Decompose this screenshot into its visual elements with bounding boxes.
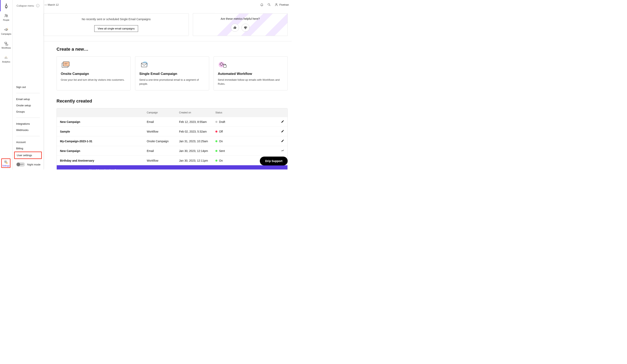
integrations-link[interactable]: Integrations [16,121,40,127]
billing-link[interactable]: Billing [16,145,40,151]
row-status: Sent [212,146,236,155]
nav-campaigns[interactable]: Campaigns [0,26,12,36]
arrow-left-circle-icon: ← [36,4,39,7]
sign-out-link[interactable]: Sign out [16,84,40,90]
svg-rect-27 [223,65,226,67]
nav-label: Workflows [1,47,11,49]
status-dot [215,131,217,133]
row-date: Jan 30, 2023, 12:11pm [176,156,212,165]
gear-icon [4,160,8,164]
svg-point-14 [5,161,6,162]
groups-link[interactable]: Groups [16,109,40,115]
thumbs-down-button[interactable] [241,24,250,32]
svg-rect-6 [5,42,7,43]
status-dot [215,121,217,123]
card-title: Single Email Campaign [139,72,205,76]
table-row[interactable]: Birthday and AnniversaryWorkflowJan 30, … [57,156,287,165]
status-dot [215,150,217,152]
row-name: Sample [57,127,144,136]
svg-point-13 [7,57,7,58]
table-row[interactable]: My-Campaign-2023-1-31Onsite CampaignJan … [57,136,287,146]
toggle-knob [17,163,20,166]
thumbs-down-icon [244,26,247,29]
nav-label: Analytics [2,61,10,63]
svg-rect-7 [6,44,8,46]
edit-icon[interactable] [281,120,284,123]
empty-campaigns-box: No recently sent or scheduled Single Ema… [44,13,189,36]
nav-analytics[interactable]: Analytics [0,54,12,64]
onsite-setup-link[interactable]: Onsite setup [16,102,40,109]
user-settings-label: User settings [17,154,32,157]
single-email-icon [139,61,149,69]
row-action [275,117,287,127]
collapse-label: Collapse menu [17,4,34,7]
table-row[interactable]: New CampaignEmailFeb 12, 2023, 8:55amDra… [57,117,287,127]
row-date: Feb 02, 2023, 5:32am [176,127,212,136]
nav-label: Campaigns [1,33,11,35]
account-link[interactable]: Account [16,139,40,145]
row-action [275,127,287,136]
nav-workflows[interactable]: Workflows [0,40,12,50]
night-mode-toggle[interactable]: OFF [16,162,25,167]
main-content: No recently sent or scheduled Single Ema… [44,0,292,170]
status-dot [215,140,217,142]
svg-rect-25 [141,63,147,67]
user-settings-link-highlighted[interactable]: User settings [14,151,42,159]
view-all-campaigns-button[interactable]: View all single email campaigns [94,25,138,32]
webhooks-link[interactable]: Webhooks [16,127,40,133]
empty-message: No recently sent or scheduled Single Ema… [82,18,151,21]
row-status: Off [212,127,236,136]
onsite-campaign-icon [61,61,71,69]
drip-support-button[interactable]: Drip Support [260,157,288,165]
row-date: Jan 31, 2023, 10:25am [176,137,212,146]
row-name: My-Campaign-2023-1-31 [57,137,144,146]
row-type: Email [144,117,176,126]
svg-point-16 [6,163,7,163]
row-date: Jan 30, 2023, 12:14pm [176,146,212,155]
col-campaign: Campaign [144,108,176,117]
edit-icon[interactable] [281,130,284,133]
svg-line-3 [7,28,8,28]
nav-settings-highlighted[interactable]: Settings [1,158,10,168]
card-title: Onsite Campaign [61,72,126,76]
row-name: New Campaign [57,117,144,126]
row-name: Birthday and Anniversary [57,156,144,165]
edit-icon[interactable] [281,139,284,142]
row-date: Feb 12, 2023, 8:55am [176,117,212,126]
thumbs-up-button[interactable] [231,24,239,32]
feedback-question: Are these metrics helpful here? [221,17,260,20]
night-mode-label: Night mode [27,163,40,166]
svg-line-4 [8,29,8,29]
browse-playbook-link[interactable]: Browse the playbook [229,169,255,170]
create-heading: Create a new… [56,46,288,52]
metrics-feedback-box: Are these metrics helpful here? [193,13,288,36]
svg-point-12 [6,56,6,56]
divider [16,118,40,118]
svg-point-1 [5,14,6,15]
chart-icon[interactable] [281,149,284,152]
recent-heading: Recently created [56,98,288,104]
workflow-icon [218,61,228,69]
email-setup-link[interactable]: Email setup [16,96,40,102]
nav-label: People [3,19,9,21]
svg-point-0 [6,4,7,4]
card-title: Automated Workflow [218,72,283,76]
row-type: Email [144,146,176,155]
inspire-body: Try out one or all of these proven strat… [119,169,227,170]
create-workflow-card[interactable]: Automated Workflow Send immediate follow… [213,56,288,91]
table-row[interactable]: SampleWorkflowFeb 02, 2023, 5:32amOff [57,127,287,136]
create-single-email-card[interactable]: Single Email Campaign Send a one-time pr… [135,56,209,91]
table-row[interactable]: New CampaignEmailJan 30, 2023, 12:14pmSe… [57,146,287,156]
col-created: Created on [176,108,212,117]
create-onsite-campaign-card[interactable]: Onsite Campaign Grow your list and turn … [56,56,131,91]
divider [16,136,40,136]
collapse-menu-button[interactable]: Collapse menu ← [12,4,43,7]
nav-people[interactable]: People [0,12,12,22]
thumbs-up-icon [233,26,237,29]
row-action [275,136,287,146]
drip-logo [4,3,9,9]
card-desc: Send immediate follow-up emails with Wor… [218,78,283,86]
left-nav: People Campaigns Workflows Analytics Set… [0,0,12,170]
row-status: Draft [212,117,236,126]
svg-rect-21 [63,62,69,66]
